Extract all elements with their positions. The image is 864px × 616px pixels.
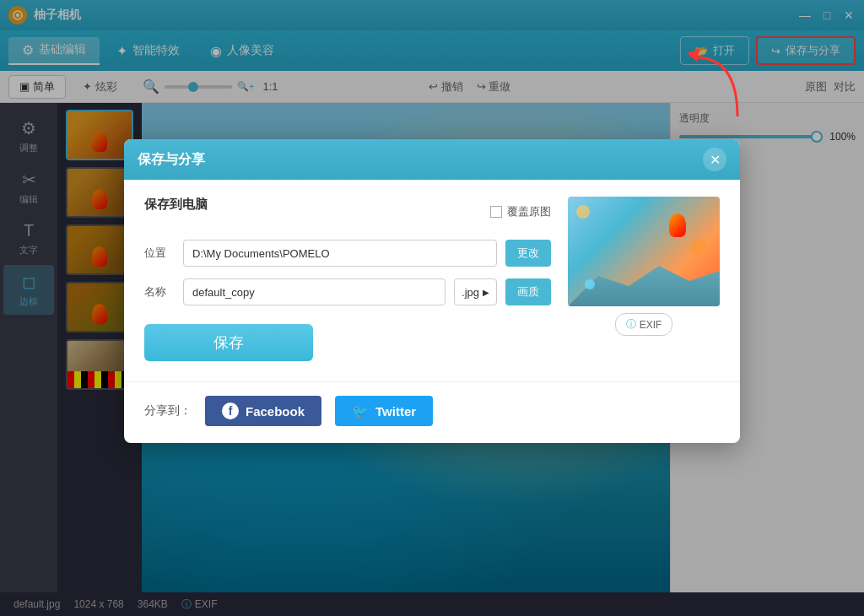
dialog-title: 保存与分享 (138, 151, 205, 169)
ext-value: .jpg (462, 286, 479, 299)
overwrite-label: 覆盖原图 (507, 204, 551, 219)
exif-label: EXIF (640, 319, 662, 331)
preview-image (568, 197, 720, 306)
name-input[interactable] (183, 278, 446, 305)
bokeh-1 (576, 205, 590, 219)
twitter-label: Twitter (375, 404, 416, 419)
quality-button[interactable]: 画质 (505, 278, 551, 305)
arrow-annotation (678, 41, 746, 128)
facebook-icon: f (222, 403, 239, 419)
path-row: 位置 更改 (144, 240, 551, 267)
change-path-button[interactable]: 更改 (505, 240, 551, 267)
dialog-body: 保存到电脑 覆盖原图 位置 更改 名称 .j (124, 180, 740, 381)
info-icon: ⓘ (626, 317, 636, 332)
dialog-left-panel: 保存到电脑 覆盖原图 位置 更改 名称 .j (144, 197, 551, 365)
bokeh-2 (690, 239, 707, 256)
save-button[interactable]: 保存 (144, 324, 313, 361)
dialog-close-button[interactable]: ✕ (703, 148, 726, 171)
ext-arrow-icon: ▶ (483, 288, 489, 297)
svg-marker-2 (687, 49, 699, 62)
path-label: 位置 (144, 246, 175, 261)
overwrite-checkbox-row: 覆盖原图 (490, 204, 551, 219)
ext-select[interactable]: .jpg ▶ (454, 278, 497, 305)
dialog-right-panel: ⓘ EXIF (568, 197, 720, 365)
name-row: 名称 .jpg ▶ 画质 (144, 278, 551, 305)
bokeh-3 (585, 279, 595, 289)
twitter-share-button[interactable]: 🐦 Twitter (335, 396, 433, 426)
twitter-icon: 🐦 (352, 403, 369, 419)
facebook-label: Facebook (246, 404, 305, 419)
facebook-share-button[interactable]: f Facebook (205, 396, 321, 426)
dialog-footer: 分享到： f Facebook 🐦 Twitter (124, 381, 740, 443)
modal-overlay: 保存与分享 ✕ 保存到电脑 覆盖原图 位置 更改 (0, 0, 864, 616)
dialog-header: 保存与分享 ✕ (124, 139, 740, 180)
overwrite-checkbox[interactable] (490, 206, 502, 218)
name-label: 名称 (144, 284, 175, 300)
save-section-title: 保存到电脑 (144, 197, 208, 213)
preview-balloon (669, 213, 686, 237)
exif-button[interactable]: ⓘ EXIF (615, 313, 673, 336)
path-input[interactable] (183, 240, 497, 267)
share-label: 分享到： (144, 403, 192, 419)
save-share-dialog: 保存与分享 ✕ 保存到电脑 覆盖原图 位置 更改 (124, 139, 740, 443)
